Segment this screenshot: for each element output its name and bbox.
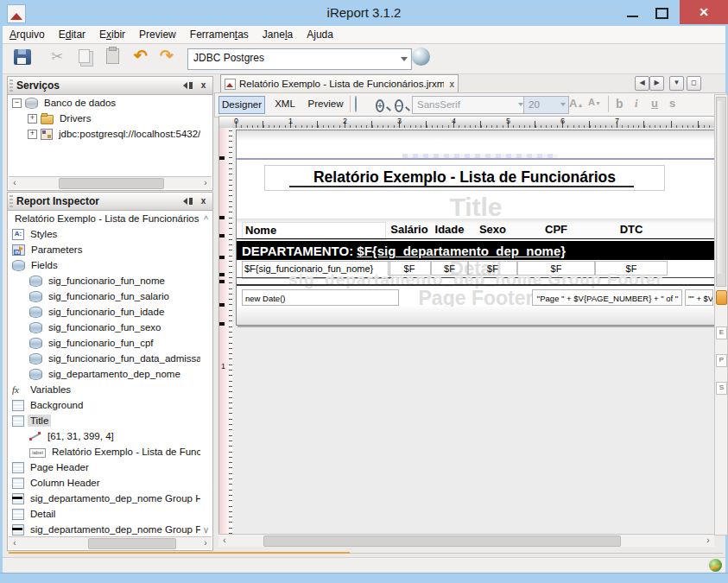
menu-item-ferramentas[interactable]: Ferramentas xyxy=(183,26,256,41)
scroll-up-arrow-icon[interactable]: ^ xyxy=(204,215,208,225)
column-header-nome[interactable]: Nome xyxy=(242,222,386,240)
editor-vscrollbar[interactable]: EPS xyxy=(714,94,728,535)
menu-item-arquivo[interactable]: Arquivo xyxy=(3,26,52,41)
tree-item[interactable]: sig_funcionario_fun_idade xyxy=(9,304,200,320)
services-panel-header[interactable]: Serviços x xyxy=(8,77,212,95)
collapse-icon[interactable]: − xyxy=(12,98,22,108)
tree-item[interactable]: sig_funcionario_fun_data_admissao xyxy=(9,351,200,366)
tree-item[interactable]: Background xyxy=(9,397,200,413)
tree-item[interactable]: +Drivers xyxy=(9,111,200,126)
collapsed-panel-e[interactable]: E xyxy=(716,326,727,339)
tree-item[interactable]: sig_departamento_dep_nome xyxy=(9,366,200,382)
tree-item[interactable]: Column Header xyxy=(9,475,200,491)
services-hscrollbar[interactable]: ‹ › xyxy=(9,176,212,189)
document-tab[interactable]: Relatório Exemplo - Lista de Funcionário… xyxy=(220,74,459,92)
tree-item[interactable]: Relatório Exemplo - Lista de Funcionário… xyxy=(9,211,200,226)
band-handle[interactable] xyxy=(219,156,225,160)
cut-icon[interactable]: ✂ xyxy=(51,48,63,66)
scrollbar-thumb[interactable] xyxy=(263,535,621,547)
report-page[interactable]: Title Relatório Exemplo - Lista de Funci… xyxy=(236,130,714,326)
view-xml-button[interactable]: XML xyxy=(269,96,301,112)
column-header-sexo[interactable]: Sexo xyxy=(468,223,517,236)
decrease-font-icon[interactable]: A▼ xyxy=(588,97,601,107)
dock-minimize-icon[interactable] xyxy=(182,196,193,206)
scroll-left-arrow-icon[interactable]: ‹ xyxy=(9,177,21,188)
tree-item[interactable]: Detail xyxy=(9,506,200,522)
tab-close-icon[interactable]: x xyxy=(449,79,454,89)
scrollbar-track[interactable] xyxy=(716,97,726,287)
report-query-icon[interactable] xyxy=(412,48,430,66)
scroll-down-arrow-icon[interactable]: v xyxy=(204,525,208,535)
palette-marker-icon[interactable] xyxy=(716,290,727,305)
tab-maximize-button[interactable]: ◻ xyxy=(687,76,701,91)
font-family-select[interactable]: SansSerif xyxy=(412,96,527,114)
scroll-left-arrow-icon[interactable]: ‹ xyxy=(218,535,231,546)
undo-icon[interactable]: ↶ xyxy=(134,47,148,66)
band-handle[interactable] xyxy=(219,234,225,238)
menu-item-janela[interactable]: Janela xyxy=(256,26,300,41)
tree-item[interactable]: Relatório Exemplo - Lista de Funcionário… xyxy=(9,444,200,459)
zoom-in-icon[interactable]: + xyxy=(376,97,391,111)
collapsed-panel-p[interactable]: P xyxy=(716,354,727,367)
scroll-right-arrow-icon[interactable]: › xyxy=(199,537,212,548)
save-icon[interactable] xyxy=(14,49,31,65)
scroll-right-arrow-icon[interactable]: › xyxy=(199,177,212,188)
menu-item-exibir[interactable]: Exibir xyxy=(92,26,132,41)
report-query-button[interactable] xyxy=(355,97,370,111)
tree-item[interactable]: [61, 31, 399, 4] xyxy=(9,428,200,444)
scrollbar-thumb[interactable] xyxy=(88,538,176,549)
underline-icon[interactable]: u xyxy=(651,97,658,110)
band-handle[interactable] xyxy=(219,216,225,219)
menu-item-preview[interactable]: Preview xyxy=(132,26,183,41)
scrollbar-thumb[interactable] xyxy=(718,101,725,274)
menu-item-editar[interactable]: Editar xyxy=(52,26,92,41)
tab-list-dropdown-button[interactable]: ▼ xyxy=(669,76,684,91)
tree-item[interactable]: sig_funcionario_fun_sexo xyxy=(9,320,200,335)
paste-icon[interactable] xyxy=(106,48,119,64)
tab-scroll-left-button[interactable]: ◀ xyxy=(635,76,649,91)
page-footer-band[interactable]: new Date() "Page " + $V{PAGE_NUMBER} + "… xyxy=(237,289,714,307)
tree-item[interactable]: Fields xyxy=(9,257,200,273)
tree-item[interactable]: sig_funcionario_fun_nome xyxy=(9,273,200,288)
footer-page-field[interactable]: "Page " + $V{PAGE_NUMBER} + " of " xyxy=(532,289,682,306)
design-canvas[interactable]: Title Relatório Exemplo - Lista de Funci… xyxy=(232,128,714,534)
strikethrough-icon[interactable]: s xyxy=(669,97,675,110)
tree-item[interactable]: Variables xyxy=(9,382,200,397)
title-line-element[interactable] xyxy=(289,186,634,187)
band-divider-line[interactable] xyxy=(237,158,714,160)
inspector-hscrollbar[interactable]: ‹ › xyxy=(9,536,212,549)
tree-item[interactable]: sig_funcionario_fun_salario xyxy=(9,288,200,304)
close-button[interactable]: ✕ xyxy=(680,0,728,24)
chevron-down-icon[interactable] xyxy=(560,103,566,106)
tree-item[interactable]: sig_departamento_dep_nome Group Header xyxy=(9,491,200,506)
tree-item[interactable]: sig_funcionario_fun_cpf xyxy=(9,335,200,351)
increase-font-icon[interactable]: A▲ xyxy=(569,97,583,110)
copy-icon[interactable] xyxy=(79,49,90,63)
collapsed-panel-s[interactable]: S xyxy=(716,382,727,395)
expand-icon[interactable]: + xyxy=(28,130,37,139)
maximize-button[interactable] xyxy=(649,3,674,22)
column-header-idade[interactable]: Idade xyxy=(431,223,468,236)
view-preview-button[interactable]: Preview xyxy=(305,96,346,112)
chevron-down-icon[interactable] xyxy=(401,57,408,61)
bold-icon[interactable]: b xyxy=(616,97,624,111)
zoom-out-icon[interactable]: − xyxy=(395,97,410,111)
scroll-right-arrow-icon[interactable]: › xyxy=(702,535,714,546)
drag-grip-icon[interactable] xyxy=(9,79,13,92)
column-header-cpf[interactable]: CPF xyxy=(517,223,595,236)
footer-date-field[interactable]: new Date() xyxy=(242,289,399,306)
minimize-button[interactable] xyxy=(620,3,646,22)
scrollbar-thumb[interactable] xyxy=(59,178,164,189)
column-header-dtc[interactable]: DTC xyxy=(595,223,668,236)
band-handle[interactable] xyxy=(219,322,225,326)
column-header-band[interactable]: Nome SalárioIdadeSexoCPFDTC xyxy=(237,219,714,238)
drag-grip-icon[interactable] xyxy=(9,195,13,207)
tree-item[interactable]: +jdbc:postgresql://localhost:5432/si xyxy=(9,126,200,142)
expand-icon[interactable]: + xyxy=(28,114,37,124)
editor-hscrollbar[interactable]: ‹ › xyxy=(218,534,714,547)
font-size-select[interactable]: 20 xyxy=(523,96,569,114)
tree-item[interactable]: Title xyxy=(9,413,200,428)
band-handle[interactable] xyxy=(219,273,225,276)
band-handle[interactable] xyxy=(219,303,225,307)
report-inspector-header[interactable]: Report Inspector x xyxy=(8,193,212,211)
